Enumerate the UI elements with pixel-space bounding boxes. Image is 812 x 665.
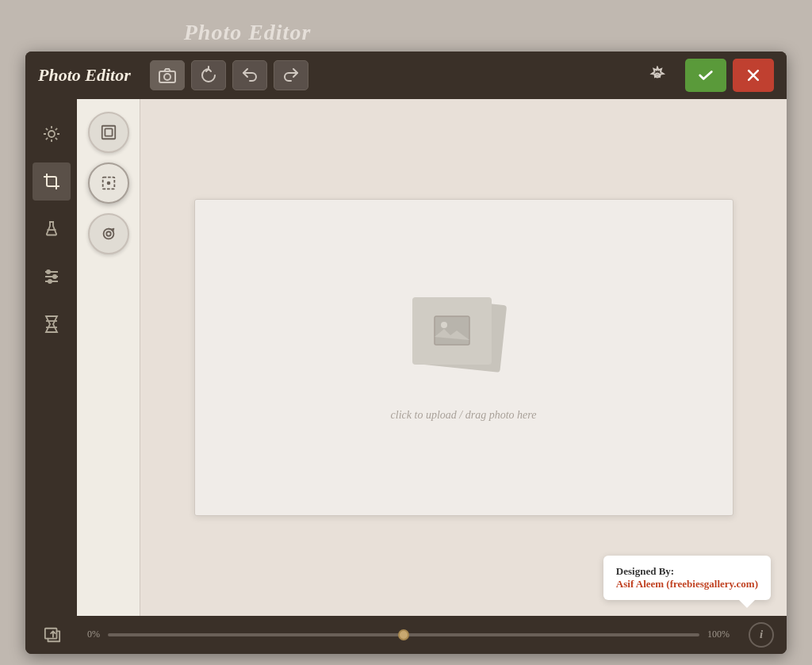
settings-button[interactable] <box>642 60 672 90</box>
zoom-slider[interactable] <box>108 633 699 636</box>
svg-point-28 <box>441 322 447 328</box>
redo-button[interactable] <box>274 60 308 90</box>
upload-icon-wrap <box>408 293 519 396</box>
undo-button[interactable] <box>232 60 267 90</box>
editor-body: click to upload / drag photo here Design… <box>25 99 787 616</box>
reset-button[interactable] <box>191 60 226 90</box>
svg-rect-27 <box>435 316 469 345</box>
svg-point-26 <box>106 231 111 236</box>
svg-point-24 <box>107 182 109 184</box>
flask-icon <box>42 220 61 239</box>
svg-line-9 <box>55 137 56 139</box>
image-placeholder-icon <box>433 315 471 346</box>
svg-line-8 <box>45 128 47 129</box>
tool-rotate[interactable] <box>88 213 129 254</box>
credit-name: Asif Aleem (freebiesgallery.com) <box>616 578 758 590</box>
svg-line-11 <box>55 128 56 129</box>
sidebar-item-tune[interactable] <box>33 258 71 296</box>
svg-point-16 <box>47 270 50 273</box>
sidebar-item-vignette[interactable] <box>33 305 71 343</box>
camera-button[interactable] <box>150 60 185 90</box>
crop-icon <box>42 172 61 191</box>
sidebar-item-crop[interactable] <box>33 162 71 201</box>
zoom-min-label: 0% <box>76 629 100 640</box>
svg-line-10 <box>45 137 47 139</box>
checkmark-icon <box>697 67 714 84</box>
sliders-icon <box>42 267 61 286</box>
tool-panel <box>77 99 140 616</box>
redo-icon <box>282 66 301 85</box>
sidebar-item-filter[interactable] <box>33 210 71 248</box>
settings-icon <box>648 66 667 85</box>
zoom-slider-wrap: 0% 100% <box>76 629 739 640</box>
app-title: Photo Editor <box>38 65 131 86</box>
aspect-icon <box>100 124 117 141</box>
reset-icon <box>199 66 218 85</box>
zoom-max-label: 100% <box>707 629 739 640</box>
export-icon <box>44 626 61 644</box>
zoom-thumb[interactable] <box>398 629 409 640</box>
tool-aspect[interactable] <box>88 112 129 153</box>
svg-point-1 <box>164 74 170 80</box>
cancel-button[interactable] <box>733 59 774 92</box>
main-window: Photo Editor <box>25 52 787 654</box>
svg-rect-21 <box>102 125 115 139</box>
hourglass-icon <box>42 315 61 334</box>
undo-icon <box>240 66 259 85</box>
credit-label: Designed By: <box>616 565 758 578</box>
title-bar: Photo Editor <box>25 52 787 99</box>
svg-point-3 <box>48 131 55 137</box>
tool-crop-free[interactable] <box>88 162 129 204</box>
footer-bar: 0% 100% i <box>25 616 787 654</box>
canvas-area[interactable]: click to upload / drag photo here Design… <box>140 99 787 616</box>
confirm-button[interactable] <box>685 59 726 92</box>
info-button[interactable]: i <box>749 622 774 648</box>
upload-zone[interactable]: click to upload / drag photo here <box>194 199 733 516</box>
sun-icon <box>42 124 61 143</box>
camera-icon <box>158 66 177 85</box>
export-button[interactable] <box>38 622 67 648</box>
sidebar-item-adjust[interactable] <box>33 115 71 153</box>
crop-free-icon <box>100 174 117 192</box>
close-icon <box>745 67 761 83</box>
frame-front <box>412 297 492 365</box>
info-icon: i <box>760 628 763 641</box>
svg-point-17 <box>53 275 56 278</box>
toolbar-actions <box>150 59 774 92</box>
bg-app-title: Photo Editor <box>184 20 312 45</box>
rotate-icon <box>100 225 117 243</box>
credit-box: Designed By: Asif Aleem (freebiesgallery… <box>603 556 771 600</box>
svg-point-18 <box>48 280 52 283</box>
svg-rect-22 <box>105 128 112 136</box>
sidebar <box>25 99 77 616</box>
upload-text: click to upload / drag photo here <box>391 409 537 422</box>
